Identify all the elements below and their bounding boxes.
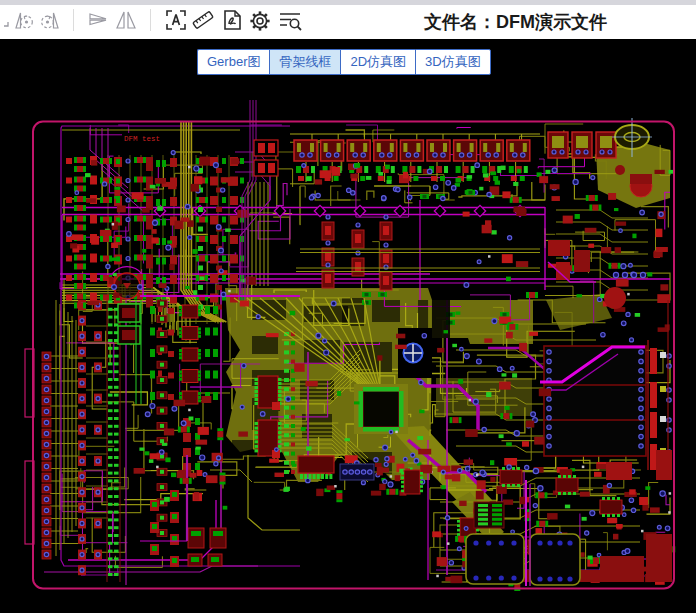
svg-text:DFM test: DFM test <box>124 135 160 143</box>
